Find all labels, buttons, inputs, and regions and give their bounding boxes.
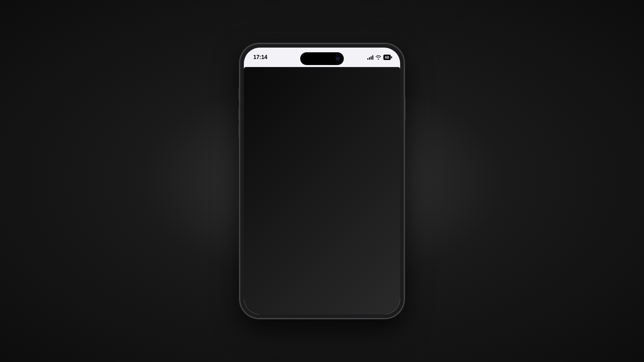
phone-screen: 17:14 <box>244 48 400 314</box>
main-content: The Weeknd Hit Machine <box>244 67 400 314</box>
track-item[interactable]: ★ Can't Feel My Face The Weeknd <box>244 188 400 214</box>
battery-icon: 68 <box>383 55 391 60</box>
phone-shell: 17:14 <box>240 44 404 318</box>
front-camera <box>336 57 340 61</box>
track-list: ★ 🌙 TAKE MYBREATH Take My Breath The Wee… <box>244 138 400 214</box>
status-icons: 68 <box>367 55 391 60</box>
track-artwork <box>259 192 277 210</box>
dynamic-island <box>300 52 344 65</box>
signal-icon <box>367 55 373 60</box>
wifi-icon <box>375 55 381 60</box>
battery-level: 68 <box>385 55 389 59</box>
status-time: 17:14 <box>253 54 267 61</box>
